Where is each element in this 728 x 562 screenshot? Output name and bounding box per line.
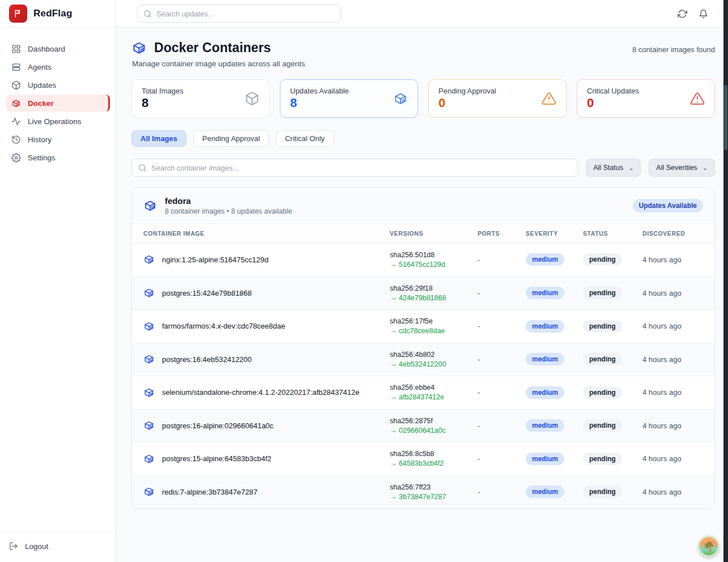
ports-value: -: [478, 256, 526, 264]
version-sha: sha256:17f5e: [390, 317, 478, 325]
table-row[interactable]: selenium/standalone-chrome:4.1.2-2022021…: [132, 376, 714, 409]
search-icon: [138, 164, 147, 172]
container-icon: [143, 287, 155, 299]
image-search: [131, 159, 578, 177]
column-status: Status: [583, 230, 642, 237]
container-image-name: postgres:15-alpine:64583b3cb4f2: [162, 454, 271, 463]
activity-icon: [11, 117, 21, 126]
logout-button[interactable]: Logout: [9, 542, 48, 551]
version-target: → cdc78cee8dae: [390, 327, 478, 335]
scrollbar-thumb[interactable]: [724, 85, 727, 150]
column-container-image: Container Image: [132, 230, 390, 237]
stat-card-updates-available: Updates Available 8: [280, 79, 418, 118]
island-widget-button[interactable]: 🌴: [699, 536, 719, 556]
container-icon: [393, 91, 408, 106]
ports-value: -: [478, 488, 526, 496]
column-severity: Severity: [526, 230, 583, 237]
sidebar-item-settings[interactable]: Settings: [6, 149, 110, 166]
discovered-value: 4 hours ago: [642, 388, 714, 397]
tab-all-images[interactable]: All Images: [131, 130, 186, 147]
tab-pending-approval[interactable]: Pending Approval: [193, 130, 269, 147]
container-icon: [143, 254, 155, 265]
warning-triangle-icon: [690, 91, 705, 106]
container-image-name: farmos/farmos:4.x-dev:cdc78cee8dae: [162, 322, 286, 330]
bell-icon[interactable]: [699, 9, 708, 19]
brand: RedFlag: [0, 0, 116, 28]
severity-badge: medium: [526, 386, 564, 399]
global-search-input[interactable]: [156, 10, 335, 18]
container-image-name: postgres:16:4eb532412200: [162, 355, 252, 364]
severity-select[interactable]: All Severities ⌄: [649, 159, 715, 177]
status-select-value: All Status: [593, 164, 623, 172]
table-header: Container Image Versions Ports Severity …: [132, 224, 714, 243]
version-target: → afb28437412e: [390, 393, 478, 401]
stat-label: Pending Approval: [438, 87, 496, 95]
page-header: Docker Containers 8 container images fou…: [131, 40, 715, 56]
table-row[interactable]: postgres:15-alpine:64583b3cb4f2 sha256:8…: [132, 442, 714, 475]
image-search-input[interactable]: [151, 164, 571, 172]
stat-value: 0: [587, 96, 639, 110]
search-icon: [143, 10, 152, 18]
ports-value: -: [478, 454, 526, 463]
sidebar-item-history[interactable]: History: [6, 131, 110, 148]
discovered-value: 4 hours ago: [642, 256, 714, 264]
column-ports: Ports: [478, 230, 526, 237]
tab-critical-only[interactable]: Critical Only: [276, 130, 334, 147]
severity-badge: medium: [526, 253, 564, 266]
ports-value: -: [478, 355, 526, 364]
table-row[interactable]: postgres:16-alpine:029660641a0c sha256:2…: [132, 409, 714, 442]
column-versions: Versions: [390, 230, 478, 237]
status-badge: pending: [583, 320, 622, 333]
table-body: nginx:1.25-alpine:516475cc129d sha256:50…: [132, 243, 714, 508]
version-sha: sha256:ebbe4: [390, 384, 478, 391]
status-badge: pending: [583, 386, 622, 399]
version-target: → 4eb532412200: [390, 360, 478, 368]
status-select[interactable]: All Status ⌄: [586, 159, 641, 177]
updates-available-badge: Updates Available: [633, 199, 703, 212]
stat-cards: Total Images 8 Updates Available 8 Pendi…: [131, 79, 715, 118]
discovered-value: 4 hours ago: [642, 454, 714, 463]
topbar: [116, 0, 728, 28]
table-row[interactable]: farmos/farmos:4.x-dev:cdc78cee8dae sha25…: [132, 309, 714, 343]
chevron-down-icon: ⌄: [629, 165, 633, 171]
scrollbar[interactable]: [723, 0, 728, 562]
status-badge: pending: [583, 453, 622, 465]
sidebar-item-label: Live Operations: [28, 117, 82, 126]
sidebar-item-docker[interactable]: Docker: [6, 95, 110, 112]
ports-value: -: [478, 322, 526, 330]
container-icon: [143, 486, 155, 497]
result-count: 8 container images found: [632, 40, 715, 54]
discovered-value: 4 hours ago: [642, 289, 714, 297]
sidebar-item-live-operations[interactable]: Live Operations: [6, 113, 110, 130]
stat-label: Critical Updates: [587, 87, 639, 95]
box-icon: [245, 91, 259, 106]
table-row[interactable]: postgres:15:424e79b81868 sha256:29f18→ 4…: [132, 276, 714, 310]
discovered-value: 4 hours ago: [642, 322, 714, 330]
refresh-icon[interactable]: [678, 9, 687, 19]
sidebar-item-agents[interactable]: Agents: [6, 58, 110, 75]
table-row[interactable]: postgres:16:4eb532412200 sha256:4b802→ 4…: [132, 343, 714, 376]
history-icon: [11, 135, 21, 144]
sidebar-item-label: Agents: [28, 63, 52, 71]
severity-select-value: All Severities: [656, 164, 697, 172]
app-root: RedFlag Dashboard Agents Updates Docker …: [0, 0, 728, 562]
stat-value: 8: [142, 96, 184, 110]
main-area: Docker Containers 8 container images fou…: [116, 0, 728, 562]
version-sha: sha256:501d8: [390, 251, 478, 259]
container-icon: [143, 420, 155, 431]
severity-badge: medium: [526, 486, 564, 498]
status-badge: pending: [583, 353, 622, 365]
ports-value: -: [478, 388, 526, 397]
discovered-value: 4 hours ago: [642, 422, 714, 430]
version-target: → 516475cc129d: [390, 261, 478, 269]
container-icon: [131, 40, 147, 56]
table-row[interactable]: nginx:1.25-alpine:516475cc129d sha256:50…: [132, 243, 714, 276]
sidebar-item-updates[interactable]: Updates: [6, 76, 110, 93]
container-icon: [143, 354, 155, 365]
version-sha: sha256:8c5b8: [390, 450, 478, 458]
table-row[interactable]: redis:7-alpine:3b73847e7287 sha256:7ff23…: [132, 475, 714, 509]
container-icon: [143, 321, 155, 332]
sidebar-item-dashboard[interactable]: Dashboard: [6, 40, 110, 57]
palm-tree-icon: 🌴: [703, 540, 714, 552]
stat-card-critical-updates: Critical Updates 0: [577, 79, 715, 118]
